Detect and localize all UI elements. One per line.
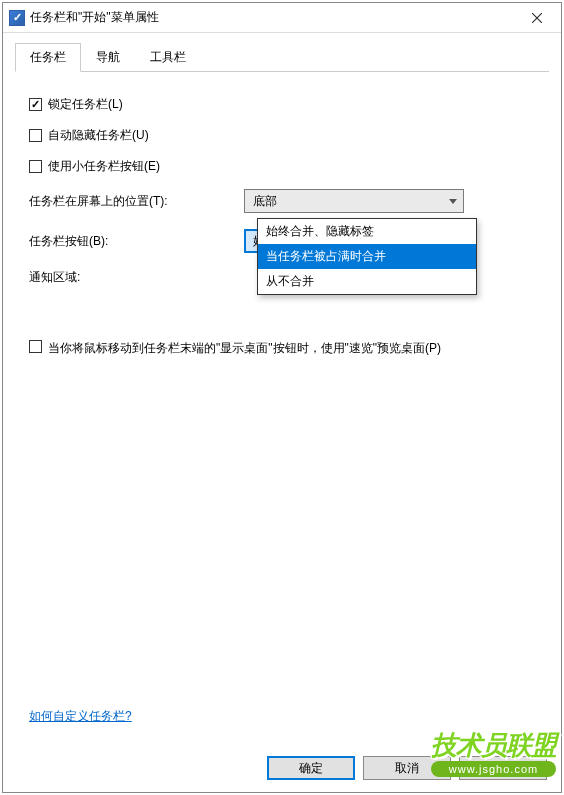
dropdown-option-1[interactable]: 当任务栏被占满时合并 [258, 244, 476, 269]
ok-button[interactable]: 确定 [267, 756, 355, 780]
customize-taskbar-link[interactable]: 如何自定义任务栏? [29, 709, 132, 723]
position-combobox[interactable]: 底部 [244, 189, 464, 213]
dialog-window: 任务栏和"开始"菜单属性 任务栏 导航 工具栏 锁定任务栏(L) 自动隐藏任务栏… [2, 2, 562, 793]
watermark-brand: 技术员联盟 [431, 728, 556, 763]
watermark-overlay: 技术员联盟 www.jsgho.com [431, 728, 556, 777]
tab-toolbars[interactable]: 工具栏 [135, 43, 201, 72]
preview-desktop-checkbox[interactable] [29, 340, 42, 353]
dropdown-option-0[interactable]: 始终合并、隐藏标签 [258, 219, 476, 244]
tab-navigation[interactable]: 导航 [81, 43, 135, 72]
tab-content: 锁定任务栏(L) 自动隐藏任务栏(U) 使用小任务栏按钮(E) 任务栏在屏幕上的… [15, 71, 549, 741]
position-row: 任务栏在屏幕上的位置(T): 底部 [29, 189, 535, 213]
position-label: 任务栏在屏幕上的位置(T): [29, 193, 244, 210]
title-left: 任务栏和"开始"菜单属性 [9, 9, 159, 26]
small-buttons-row: 使用小任务栏按钮(E) [29, 158, 535, 175]
watermark-url: www.jsgho.com [431, 761, 556, 777]
tab-strip: 任务栏 导航 工具栏 [15, 43, 561, 72]
preview-desktop-row: 当你将鼠标移动到任务栏末端的"显示桌面"按钮时，使用"速览"预览桌面(P) [29, 340, 535, 357]
buttons-dropdown-list: 始终合并、隐藏标签 当任务栏被占满时合并 从不合并 [257, 218, 477, 295]
app-icon [9, 10, 25, 26]
auto-hide-checkbox[interactable] [29, 129, 42, 142]
small-buttons-label: 使用小任务栏按钮(E) [48, 158, 160, 175]
help-link-row: 如何自定义任务栏? [29, 708, 132, 725]
tab-taskbar[interactable]: 任务栏 [15, 43, 81, 72]
position-value: 底部 [253, 193, 277, 210]
titlebar: 任务栏和"开始"菜单属性 [3, 3, 561, 33]
close-button[interactable] [523, 7, 551, 29]
close-icon [532, 13, 542, 23]
buttons-label: 任务栏按钮(B): [29, 233, 244, 250]
dropdown-option-2[interactable]: 从不合并 [258, 269, 476, 294]
chevron-down-icon [449, 199, 457, 204]
preview-desktop-label: 当你将鼠标移动到任务栏末端的"显示桌面"按钮时，使用"速览"预览桌面(P) [48, 340, 441, 357]
lock-taskbar-row: 锁定任务栏(L) [29, 96, 535, 113]
auto-hide-row: 自动隐藏任务栏(U) [29, 127, 535, 144]
lock-taskbar-checkbox[interactable] [29, 98, 42, 111]
auto-hide-label: 自动隐藏任务栏(U) [48, 127, 149, 144]
small-buttons-checkbox[interactable] [29, 160, 42, 173]
window-title: 任务栏和"开始"菜单属性 [30, 9, 159, 26]
lock-taskbar-label: 锁定任务栏(L) [48, 96, 123, 113]
